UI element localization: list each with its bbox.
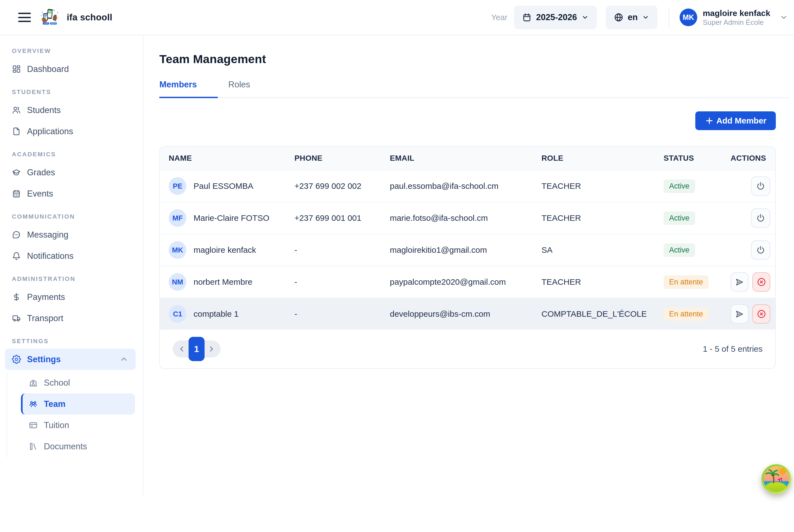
next-page-button[interactable] bbox=[205, 340, 219, 358]
sidebar-item-team[interactable]: Team bbox=[21, 393, 135, 415]
cell-role: TEACHER bbox=[542, 277, 664, 287]
cell-phone: - bbox=[295, 277, 390, 287]
column-header-actions: ACTIONS bbox=[731, 154, 770, 163]
transport-icon bbox=[12, 314, 21, 323]
sidebar-item-tuition[interactable]: Tuition bbox=[21, 415, 143, 436]
tab-roles[interactable]: Roles bbox=[228, 80, 250, 98]
sidebar-item-settings[interactable]: Settings bbox=[5, 349, 136, 370]
sidebar-item-grades[interactable]: Grades bbox=[0, 162, 143, 183]
member-name: norbert Membre bbox=[193, 277, 252, 287]
toolbar: Add Member bbox=[159, 111, 776, 130]
cell-name: MFMarie-Claire FOTSO bbox=[169, 209, 295, 227]
cell-name: C1comptable 1 bbox=[169, 305, 295, 323]
table-row: C1comptable 1-developpeurs@ibs-cm.comCOM… bbox=[160, 298, 775, 330]
sidebar-item-applications[interactable]: Applications bbox=[0, 121, 143, 142]
sidebar-item-messaging[interactable]: Messaging bbox=[0, 224, 143, 245]
app-logo bbox=[40, 8, 60, 26]
documents-icon bbox=[29, 442, 38, 451]
sidebar-item-transport[interactable]: Transport bbox=[0, 308, 143, 329]
school-icon bbox=[29, 378, 38, 387]
send-icon bbox=[735, 309, 744, 319]
sidebar-section-label: COMMUNICATION bbox=[12, 213, 143, 220]
sidebar-section-administration: ADMINISTRATIONPaymentsTransport bbox=[0, 276, 143, 329]
member-name: comptable 1 bbox=[193, 309, 239, 319]
column-header-email: EMAIL bbox=[390, 154, 542, 163]
page-1-button[interactable]: 1 bbox=[189, 337, 205, 361]
cell-email: developpeurs@ibs-cm.com bbox=[390, 309, 542, 319]
table-row: MFMarie-Claire FOTSO+237 699 001 001mari… bbox=[160, 202, 775, 234]
avatar: PE bbox=[169, 177, 186, 195]
avatar: C1 bbox=[169, 305, 186, 323]
sidebar-item-payments[interactable]: Payments bbox=[0, 286, 143, 308]
sidebar-section-academics: ACADEMICSGradesEvents bbox=[0, 151, 143, 204]
cell-name: MKmagloire kenfack bbox=[169, 241, 295, 259]
table-row: MKmagloire kenfack-magloirekitio1@gmail.… bbox=[160, 234, 775, 266]
sidebar-item-label: Notifications bbox=[27, 251, 74, 261]
cell-status: Active bbox=[664, 211, 731, 225]
power-button[interactable] bbox=[751, 176, 770, 196]
sidebar-item-events[interactable]: Events bbox=[0, 183, 143, 204]
calendar-icon bbox=[522, 13, 531, 22]
menu-icon[interactable] bbox=[18, 13, 31, 22]
sidebar-item-students[interactable]: Students bbox=[0, 99, 143, 121]
sidebar-item-label: School bbox=[44, 378, 70, 388]
sidebar-item-label: Messaging bbox=[27, 230, 69, 240]
app-title: ifa schooll bbox=[67, 12, 112, 23]
language-selector[interactable]: en bbox=[606, 5, 658, 29]
tab-members[interactable]: Members bbox=[159, 80, 218, 98]
avatar: MK bbox=[680, 8, 697, 26]
year-selector[interactable]: 2025-2026 bbox=[514, 5, 597, 29]
notifications-icon bbox=[12, 251, 21, 261]
avatar: NM bbox=[169, 273, 186, 291]
chevron-up-icon bbox=[119, 355, 129, 364]
prev-page-button[interactable] bbox=[175, 340, 189, 358]
user-menu[interactable]: MK magloire kenfack Super Admin École bbox=[680, 8, 788, 26]
cell-email: magloirekitio1@gmail.com bbox=[390, 245, 542, 255]
status-badge: Active bbox=[664, 243, 695, 257]
applications-icon bbox=[12, 127, 21, 136]
column-header-status: STATUS bbox=[664, 154, 731, 163]
avatar: MF bbox=[169, 209, 186, 227]
status-badge: En attente bbox=[664, 276, 708, 289]
cancel-icon bbox=[757, 277, 767, 287]
cell-status: En attente bbox=[664, 276, 731, 289]
table-footer: 1 1 - 5 of 5 entries bbox=[160, 330, 775, 368]
main-content: Team Management MembersRoles Add Member … bbox=[143, 35, 794, 532]
power-button[interactable] bbox=[751, 240, 770, 260]
cell-role: COMPTABLE_DE_L'ÉCOLE bbox=[542, 309, 664, 319]
members-table-card: NAMEPHONEEMAILROLESTATUSACTIONS PEPaul E… bbox=[159, 146, 776, 369]
cell-email: paul.essomba@ifa-school.cm bbox=[390, 182, 542, 191]
floating-brand-badge[interactable] bbox=[761, 464, 791, 494]
year-label: Year bbox=[491, 13, 508, 22]
power-icon bbox=[756, 213, 765, 223]
member-name: Marie-Claire FOTSO bbox=[193, 213, 269, 223]
sidebar-item-school[interactable]: School bbox=[21, 372, 143, 393]
cell-actions bbox=[731, 304, 770, 324]
grades-icon bbox=[12, 168, 21, 177]
power-button[interactable] bbox=[751, 208, 770, 228]
year-value: 2025-2026 bbox=[536, 13, 577, 22]
messaging-icon bbox=[12, 230, 21, 239]
resend-button[interactable] bbox=[731, 304, 749, 324]
sidebar-item-dashboard[interactable]: Dashboard bbox=[0, 58, 143, 80]
member-name: magloire kenfack bbox=[193, 245, 256, 255]
sidebar-item-notifications[interactable]: Notifications bbox=[0, 245, 143, 267]
team-icon bbox=[29, 399, 38, 408]
chevron-down-icon bbox=[780, 13, 788, 21]
add-member-button[interactable]: Add Member bbox=[695, 111, 776, 130]
pagination: 1 bbox=[173, 340, 221, 358]
cell-role: SA bbox=[542, 245, 664, 255]
sidebar-item-label: Team bbox=[44, 399, 65, 409]
avatar: MK bbox=[169, 241, 186, 259]
globe-icon bbox=[614, 13, 623, 22]
cancel-button[interactable] bbox=[752, 304, 770, 324]
cell-email: marie.fotso@ifa-school.cm bbox=[390, 213, 542, 223]
sidebar-item-documents[interactable]: Documents bbox=[21, 436, 143, 457]
events-icon bbox=[12, 189, 21, 198]
user-role: Super Admin École bbox=[703, 18, 770, 26]
cell-actions bbox=[731, 208, 770, 228]
table-row: PEPaul ESSOMBA+237 699 002 002paul.essom… bbox=[160, 170, 775, 202]
cancel-button[interactable] bbox=[752, 272, 770, 292]
sidebar-item-label: Settings bbox=[27, 355, 61, 364]
resend-button[interactable] bbox=[731, 272, 749, 292]
